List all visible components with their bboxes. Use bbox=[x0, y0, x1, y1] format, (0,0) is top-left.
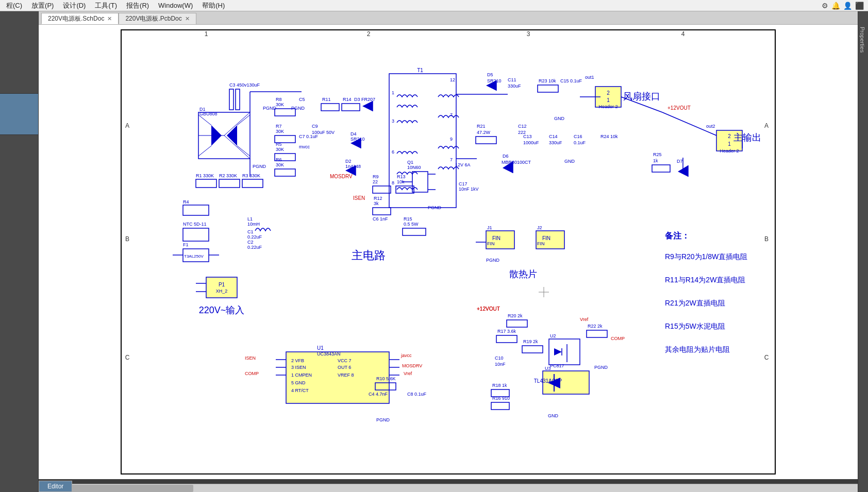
svg-text:Header 2: Header 2 bbox=[720, 148, 739, 154]
svg-text:L1: L1 bbox=[247, 216, 253, 222]
svg-text:R11: R11 bbox=[322, 97, 331, 102]
svg-text:10N60: 10N60 bbox=[407, 165, 421, 170]
svg-text:NTC 5D-11: NTC 5D-11 bbox=[183, 222, 207, 227]
svg-text:F1: F1 bbox=[183, 242, 189, 247]
note4: R15为5W水泥电阻 bbox=[665, 322, 725, 330]
horizontal-scrollbar[interactable] bbox=[39, 484, 858, 492]
svg-text:R24  10k: R24 10k bbox=[600, 134, 618, 139]
svg-text:C16: C16 bbox=[574, 134, 582, 139]
svg-text:C15  0.1uF: C15 0.1uF bbox=[560, 78, 582, 83]
svg-text:mvcc: mvcc bbox=[299, 144, 310, 149]
svg-text:0.5 5W: 0.5 5W bbox=[404, 222, 419, 227]
user-icon[interactable]: 👤 bbox=[843, 2, 852, 10]
svg-text:2  VFB: 2 VFB bbox=[291, 358, 304, 363]
svg-text:T1: T1 bbox=[417, 67, 423, 73]
svg-text:T3AL250V: T3AL250V bbox=[184, 254, 204, 259]
menu-window[interactable]: Window(W) bbox=[154, 0, 197, 11]
svg-text:PGND: PGND bbox=[253, 164, 266, 169]
svg-text:GBU808: GBU808 bbox=[199, 111, 218, 116]
tab-schdoc-close[interactable]: ✕ bbox=[107, 15, 112, 22]
svg-text:0.1uF: 0.1uF bbox=[574, 140, 586, 145]
svg-text:22: 22 bbox=[373, 179, 378, 184]
svg-text:A: A bbox=[764, 122, 769, 129]
svg-text:D3 FR207: D3 FR207 bbox=[354, 97, 375, 102]
schematic-area[interactable]: 1 2 3 4 A B C A B C P1 XH_2 220V~输入 F1 T… bbox=[39, 25, 858, 479]
svg-text:R2  330K: R2 330K bbox=[219, 173, 237, 178]
svg-text:R20  2k: R20 2k bbox=[508, 313, 523, 318]
svg-text:+12VOUT: +12VOUT bbox=[667, 105, 691, 111]
main-output-label: 主输出 bbox=[733, 132, 761, 143]
svg-text:PGND: PGND bbox=[594, 365, 608, 370]
svg-text:1: 1 bbox=[607, 97, 610, 103]
svg-text:2: 2 bbox=[367, 30, 371, 38]
svg-text:D7: D7 bbox=[677, 159, 683, 164]
svg-text:GND: GND bbox=[564, 159, 575, 164]
svg-text:XH_2: XH_2 bbox=[216, 289, 228, 294]
tab-schdoc[interactable]: 220V电源板.SchDoc ✕ bbox=[41, 13, 119, 24]
menu-cheng[interactable]: 程(C) bbox=[2, 0, 26, 11]
svg-rect-12 bbox=[206, 277, 237, 298]
left-panel-item-2[interactable] bbox=[0, 53, 38, 94]
svg-text:U2: U2 bbox=[550, 333, 556, 338]
bottom-tab-bar: Editor bbox=[39, 479, 72, 492]
svg-text:Header 2: Header 2 bbox=[598, 104, 617, 109]
svg-text:out2: out2 bbox=[706, 124, 715, 129]
svg-text:C6  1nF: C6 1nF bbox=[373, 216, 388, 222]
note2: R11与R14为2W直插电阻 bbox=[665, 276, 745, 284]
svg-text:C: C bbox=[125, 354, 130, 361]
svg-text:A: A bbox=[125, 122, 129, 129]
svg-text:D4: D4 bbox=[350, 131, 357, 137]
svg-text:30K: 30K bbox=[276, 102, 284, 107]
properties-label[interactable]: Properties bbox=[858, 25, 869, 55]
svg-text:C12: C12 bbox=[518, 124, 527, 129]
svg-text:0.22uF: 0.22uF bbox=[247, 245, 262, 250]
svg-text:Vref: Vref bbox=[580, 317, 589, 322]
bell-icon[interactable]: 🔔 bbox=[831, 2, 840, 10]
svg-text:R7: R7 bbox=[276, 124, 282, 129]
menu-help[interactable]: 帮助(H) bbox=[198, 0, 229, 11]
menu-design[interactable]: 设计(D) bbox=[59, 0, 90, 11]
svg-text:C5: C5 bbox=[299, 97, 305, 102]
svg-text:R17  3.6k: R17 3.6k bbox=[497, 329, 516, 334]
left-panel-item-3[interactable] bbox=[0, 94, 38, 135]
svg-text:R9: R9 bbox=[373, 174, 379, 179]
svg-text:7: 7 bbox=[450, 157, 453, 162]
notes-title: 备注： bbox=[664, 231, 690, 240]
menu-place[interactable]: 放置(P) bbox=[27, 0, 58, 11]
svg-text:COMP: COMP bbox=[245, 371, 259, 376]
svg-text:2: 2 bbox=[728, 133, 731, 139]
schematic-svg: 1 2 3 4 A B C A B C P1 XH_2 220V~输入 F1 T… bbox=[39, 25, 858, 479]
menu-tools[interactable]: 工具(T) bbox=[91, 0, 121, 11]
tab-pcbdoc-close[interactable]: ✕ bbox=[185, 15, 190, 22]
svg-text:C10: C10 bbox=[495, 355, 504, 361]
svg-text:GND: GND bbox=[548, 413, 559, 418]
svg-text:R5: R5 bbox=[276, 142, 282, 147]
svg-text:2: 2 bbox=[607, 90, 610, 96]
svg-text:B: B bbox=[764, 235, 769, 243]
svg-text:J2: J2 bbox=[537, 225, 542, 230]
svg-text:P1: P1 bbox=[219, 282, 225, 287]
heatsink-label: 散热片 bbox=[509, 269, 537, 279]
svg-text:PGND: PGND bbox=[486, 258, 500, 263]
expand-icon[interactable]: ⬛ bbox=[855, 2, 864, 10]
svg-text:100uF 50V: 100uF 50V bbox=[312, 130, 335, 135]
svg-text:+12VOUT: +12VOUT bbox=[477, 306, 500, 312]
svg-text:1  CMPEN: 1 CMPEN bbox=[291, 372, 312, 378]
svg-text:R23  10k: R23 10k bbox=[539, 78, 556, 83]
svg-text:VCC  7: VCC 7 bbox=[338, 358, 352, 363]
menu-bar: 程(C) 放置(P) 设计(D) 工具(T) 报告(R) Window(W) 帮… bbox=[0, 0, 868, 11]
svg-text:1k: 1k bbox=[653, 158, 658, 163]
svg-text:3  ISEN: 3 ISEN bbox=[291, 365, 306, 370]
svg-text:3: 3 bbox=[392, 118, 394, 124]
editor-tab[interactable]: Editor bbox=[39, 481, 72, 492]
svg-text:R6: R6 bbox=[276, 157, 282, 162]
svg-text:C11: C11 bbox=[508, 77, 516, 82]
tab-pcbdoc[interactable]: 220V电源板.PcbDoc ✕ bbox=[119, 13, 196, 24]
svg-text:C8  0.1uF: C8 0.1uF bbox=[407, 392, 427, 397]
tab-pcbdoc-label: 220V电源板.PcbDoc bbox=[125, 14, 181, 23]
menu-report[interactable]: 报告(R) bbox=[122, 0, 153, 11]
svg-text:R1  330K: R1 330K bbox=[196, 173, 214, 178]
svg-text:ISEN: ISEN bbox=[353, 195, 365, 201]
settings-icon[interactable]: ⚙ bbox=[822, 2, 828, 10]
svg-text:10mH: 10mH bbox=[247, 222, 260, 227]
